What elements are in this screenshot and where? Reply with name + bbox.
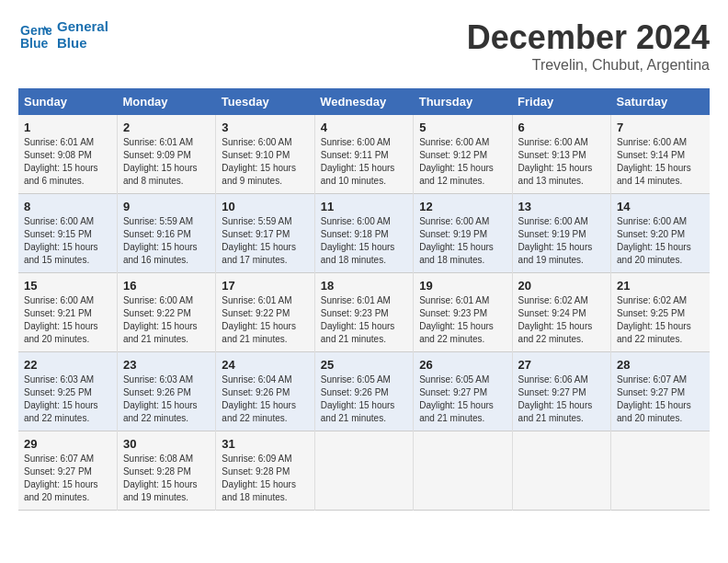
day-info: Sunrise: 6:00 AMSunset: 9:12 PMDaylight:…	[419, 136, 506, 188]
day-number: 2	[123, 121, 210, 134]
day-number: 15	[24, 279, 111, 293]
day-info: Sunrise: 6:07 AMSunset: 9:27 PMDaylight:…	[24, 453, 111, 504]
calendar-cell: 30Sunrise: 6:08 AMSunset: 9:28 PMDayligh…	[117, 431, 215, 511]
calendar-cell: 29Sunrise: 6:07 AMSunset: 9:27 PMDayligh…	[18, 431, 117, 511]
calendar-week-row: 29Sunrise: 6:07 AMSunset: 9:27 PMDayligh…	[18, 431, 710, 511]
calendar-cell	[414, 431, 512, 511]
day-info: Sunrise: 6:01 AMSunset: 9:08 PMDaylight:…	[24, 136, 111, 188]
day-number: 5	[419, 121, 506, 134]
weekday-header-row: SundayMondayTuesdayWednesdayThursdayFrid…	[18, 88, 710, 115]
day-number: 20	[518, 279, 605, 293]
weekday-header-sunday: Sunday	[18, 88, 117, 115]
calendar-cell: 27Sunrise: 6:06 AMSunset: 9:27 PMDayligh…	[512, 352, 610, 431]
day-number: 28	[617, 358, 704, 372]
weekday-header-wednesday: Wednesday	[314, 88, 413, 115]
calendar-cell: 4Sunrise: 6:00 AMSunset: 9:11 PMDaylight…	[314, 115, 413, 194]
day-info: Sunrise: 6:09 AMSunset: 9:28 PMDaylight:…	[222, 453, 308, 504]
weekday-header-thursday: Thursday	[414, 88, 512, 115]
day-info: Sunrise: 6:02 AMSunset: 9:24 PMDaylight:…	[518, 294, 605, 346]
day-info: Sunrise: 6:07 AMSunset: 9:27 PMDaylight:…	[617, 373, 704, 425]
day-number: 22	[24, 358, 111, 372]
calendar-cell: 3Sunrise: 6:00 AMSunset: 9:10 PMDaylight…	[216, 115, 314, 194]
day-number: 9	[123, 200, 210, 213]
calendar-cell: 8Sunrise: 6:00 AMSunset: 9:15 PMDaylight…	[18, 194, 117, 273]
day-info: Sunrise: 6:00 AMSunset: 9:22 PMDaylight:…	[123, 294, 210, 346]
day-number: 6	[518, 121, 605, 134]
calendar-week-row: 15Sunrise: 6:00 AMSunset: 9:21 PMDayligh…	[18, 273, 710, 352]
day-number: 30	[123, 437, 210, 451]
day-info: Sunrise: 6:00 AMSunset: 9:10 PMDaylight:…	[222, 136, 308, 188]
day-info: Sunrise: 5:59 AMSunset: 9:16 PMDaylight:…	[123, 215, 210, 267]
day-info: Sunrise: 6:05 AMSunset: 9:26 PMDaylight:…	[321, 373, 407, 425]
day-info: Sunrise: 6:01 AMSunset: 9:22 PMDaylight:…	[222, 294, 308, 346]
calendar-cell: 6Sunrise: 6:00 AMSunset: 9:13 PMDaylight…	[512, 115, 610, 194]
svg-text:Blue: Blue	[20, 36, 49, 51]
day-info: Sunrise: 6:02 AMSunset: 9:25 PMDaylight:…	[617, 294, 704, 346]
day-info: Sunrise: 6:01 AMSunset: 9:23 PMDaylight:…	[419, 294, 506, 346]
day-number: 18	[321, 279, 407, 293]
calendar-cell: 21Sunrise: 6:02 AMSunset: 9:25 PMDayligh…	[611, 273, 710, 352]
calendar-cell: 26Sunrise: 6:05 AMSunset: 9:27 PMDayligh…	[414, 352, 512, 431]
calendar-week-row: 1Sunrise: 6:01 AMSunset: 9:08 PMDaylight…	[18, 115, 710, 194]
calendar-cell: 12Sunrise: 6:00 AMSunset: 9:19 PMDayligh…	[414, 194, 512, 273]
logo: General Blue General Blue	[18, 18, 108, 52]
day-info: Sunrise: 6:01 AMSunset: 9:09 PMDaylight:…	[123, 136, 210, 188]
day-number: 27	[518, 358, 605, 372]
day-info: Sunrise: 6:04 AMSunset: 9:26 PMDaylight:…	[222, 373, 308, 425]
calendar-cell: 2Sunrise: 6:01 AMSunset: 9:09 PMDaylight…	[117, 115, 215, 194]
calendar-cell: 1Sunrise: 6:01 AMSunset: 9:08 PMDaylight…	[18, 115, 117, 194]
day-number: 11	[321, 200, 407, 213]
day-number: 31	[222, 437, 308, 451]
day-info: Sunrise: 6:00 AMSunset: 9:13 PMDaylight:…	[518, 136, 605, 188]
calendar-cell: 31Sunrise: 6:09 AMSunset: 9:28 PMDayligh…	[216, 431, 314, 511]
location-title: Trevelin, Chubut, Argentina	[467, 57, 710, 74]
calendar-table: SundayMondayTuesdayWednesdayThursdayFrid…	[18, 88, 710, 511]
title-area: December 2024 Trevelin, Chubut, Argentin…	[467, 18, 710, 74]
day-number: 7	[617, 121, 704, 134]
day-info: Sunrise: 6:06 AMSunset: 9:27 PMDaylight:…	[518, 373, 605, 425]
calendar-cell: 5Sunrise: 6:00 AMSunset: 9:12 PMDaylight…	[414, 115, 512, 194]
day-info: Sunrise: 6:03 AMSunset: 9:25 PMDaylight:…	[24, 373, 111, 425]
calendar-cell	[611, 431, 710, 511]
day-number: 8	[24, 200, 111, 213]
calendar-cell: 16Sunrise: 6:00 AMSunset: 9:22 PMDayligh…	[117, 273, 215, 352]
calendar-cell: 13Sunrise: 6:00 AMSunset: 9:19 PMDayligh…	[512, 194, 610, 273]
day-info: Sunrise: 6:03 AMSunset: 9:26 PMDaylight:…	[123, 373, 210, 425]
day-info: Sunrise: 6:00 AMSunset: 9:19 PMDaylight:…	[518, 215, 605, 267]
day-number: 17	[222, 279, 308, 293]
calendar-cell: 11Sunrise: 6:00 AMSunset: 9:18 PMDayligh…	[314, 194, 413, 273]
day-info: Sunrise: 6:01 AMSunset: 9:23 PMDaylight:…	[321, 294, 407, 346]
day-info: Sunrise: 6:00 AMSunset: 9:14 PMDaylight:…	[617, 136, 704, 188]
day-info: Sunrise: 5:59 AMSunset: 9:17 PMDaylight:…	[222, 215, 308, 267]
day-info: Sunrise: 6:00 AMSunset: 9:21 PMDaylight:…	[24, 294, 111, 346]
weekday-header-tuesday: Tuesday	[216, 88, 314, 115]
calendar-cell: 9Sunrise: 5:59 AMSunset: 9:16 PMDaylight…	[117, 194, 215, 273]
day-number: 16	[123, 279, 210, 293]
day-number: 26	[419, 358, 506, 372]
day-info: Sunrise: 6:00 AMSunset: 9:18 PMDaylight:…	[321, 215, 407, 267]
calendar-week-row: 22Sunrise: 6:03 AMSunset: 9:25 PMDayligh…	[18, 352, 710, 431]
weekday-header-monday: Monday	[117, 88, 215, 115]
calendar-cell: 20Sunrise: 6:02 AMSunset: 9:24 PMDayligh…	[512, 273, 610, 352]
day-info: Sunrise: 6:00 AMSunset: 9:19 PMDaylight:…	[419, 215, 506, 267]
weekday-header-friday: Friday	[512, 88, 610, 115]
calendar-cell: 23Sunrise: 6:03 AMSunset: 9:26 PMDayligh…	[117, 352, 215, 431]
calendar-cell: 24Sunrise: 6:04 AMSunset: 9:26 PMDayligh…	[216, 352, 314, 431]
logo-icon: General Blue	[18, 18, 51, 52]
calendar-cell: 15Sunrise: 6:00 AMSunset: 9:21 PMDayligh…	[18, 273, 117, 352]
calendar-cell: 25Sunrise: 6:05 AMSunset: 9:26 PMDayligh…	[314, 352, 413, 431]
calendar-cell: 17Sunrise: 6:01 AMSunset: 9:22 PMDayligh…	[216, 273, 314, 352]
day-info: Sunrise: 6:05 AMSunset: 9:27 PMDaylight:…	[419, 373, 506, 425]
calendar-cell: 19Sunrise: 6:01 AMSunset: 9:23 PMDayligh…	[414, 273, 512, 352]
day-number: 21	[617, 279, 704, 293]
calendar-cell	[512, 431, 610, 511]
page-header: General Blue General Blue December 2024 …	[18, 18, 710, 74]
day-info: Sunrise: 6:00 AMSunset: 9:20 PMDaylight:…	[617, 215, 704, 267]
day-number: 14	[617, 200, 704, 213]
calendar-cell: 7Sunrise: 6:00 AMSunset: 9:14 PMDaylight…	[611, 115, 710, 194]
calendar-cell: 14Sunrise: 6:00 AMSunset: 9:20 PMDayligh…	[611, 194, 710, 273]
day-number: 1	[24, 121, 111, 134]
day-info: Sunrise: 6:00 AMSunset: 9:11 PMDaylight:…	[321, 136, 407, 188]
calendar-cell: 22Sunrise: 6:03 AMSunset: 9:25 PMDayligh…	[18, 352, 117, 431]
day-number: 23	[123, 358, 210, 372]
